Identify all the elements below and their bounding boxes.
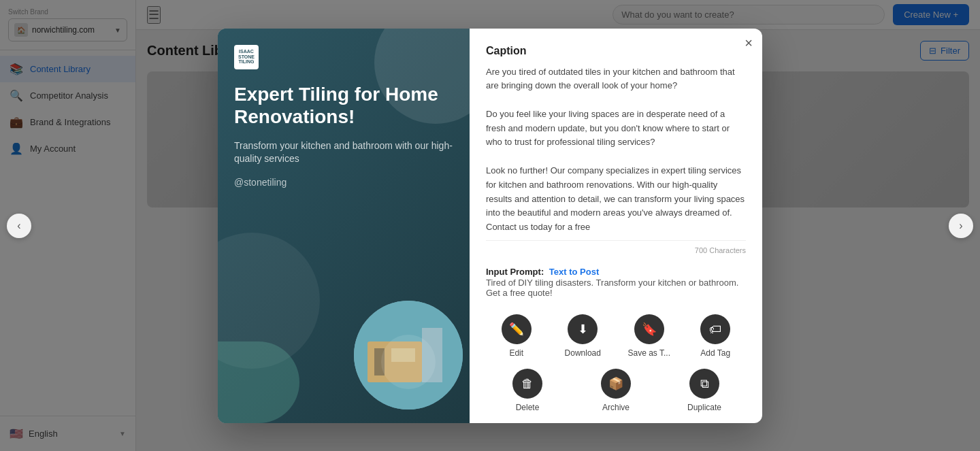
modal-caption-panel: Caption Are you tired of outdated tiles … xyxy=(470,29,762,423)
image-handle: @stonetiling xyxy=(234,177,453,188)
caption-label: Caption xyxy=(486,45,746,57)
modal-image-content: ISAACSTONETILING Expert Tiling for Home … xyxy=(218,29,470,423)
archive-label: Archive xyxy=(602,403,630,412)
brand-logo: ISAACSTONETILING xyxy=(234,45,453,69)
duplicate-label: Duplicate xyxy=(687,403,721,412)
download-label: Download xyxy=(565,348,601,358)
add-tag-icon: 🏷 xyxy=(700,314,730,344)
add-tag-label: Add Tag xyxy=(700,348,730,358)
action-buttons-row1: ✏️ Edit ⬇ Download 🔖 Save as T... 🏷 Add … xyxy=(486,312,746,361)
modal: × ISAACSTONETILING Expert Tiling for Hom… xyxy=(218,29,762,423)
edit-label: Edit xyxy=(509,348,523,358)
archive-button[interactable]: 📦 Archive xyxy=(574,366,657,415)
image-headline: Expert Tiling for Home Renovations! xyxy=(234,83,453,129)
close-button[interactable]: × xyxy=(745,35,753,51)
add-tag-button[interactable]: 🏷 Add Tag xyxy=(685,312,747,361)
save-as-template-icon: 🔖 xyxy=(634,314,664,344)
save-as-template-button[interactable]: 🔖 Save as T... xyxy=(619,312,680,361)
prompt-text: Tired of DIY tiling disasters. Transform… xyxy=(486,278,746,298)
brand-logo-icon: ISAACSTONETILING xyxy=(234,45,259,69)
input-prompt: Input Prompt: Text to Post Tired of DIY … xyxy=(486,265,746,298)
svg-point-5 xyxy=(381,335,436,389)
char-count: 700 Characters xyxy=(486,240,746,254)
prompt-label: Input Prompt: Text to Post xyxy=(486,267,599,277)
edit-button[interactable]: ✏️ Edit xyxy=(486,312,547,361)
modal-image-panel: ISAACSTONETILING Expert Tiling for Home … xyxy=(218,29,470,423)
edit-icon: ✏️ xyxy=(502,314,532,344)
image-subtext: Transform your kitchen and bathroom with… xyxy=(234,139,453,166)
image-photo-circle xyxy=(354,301,463,410)
caption-text: Are you tired of outdated tiles in your … xyxy=(486,65,746,235)
delete-button[interactable]: 🗑 Delete xyxy=(486,366,569,415)
modal-overlay[interactable]: ‹ × ISAACSTONETILING Expert Tiling for H… xyxy=(0,0,980,451)
delete-icon: 🗑 xyxy=(512,369,542,399)
action-buttons-row2: 🗑 Delete 📦 Archive ⧉ Duplicate xyxy=(486,366,746,415)
image-accent-circle xyxy=(218,341,299,423)
archive-icon: 📦 xyxy=(601,369,631,399)
delete-label: Delete xyxy=(516,403,540,412)
prev-arrow-button[interactable]: ‹ xyxy=(7,214,31,238)
prompt-type: Text to Post xyxy=(549,267,599,277)
duplicate-icon: ⧉ xyxy=(689,369,719,399)
download-icon: ⬇ xyxy=(568,314,598,344)
duplicate-button[interactable]: ⧉ Duplicate xyxy=(663,366,746,415)
download-button[interactable]: ⬇ Download xyxy=(553,312,614,361)
save-as-template-label: Save as T... xyxy=(628,348,670,358)
next-arrow-button[interactable]: › xyxy=(949,214,973,238)
